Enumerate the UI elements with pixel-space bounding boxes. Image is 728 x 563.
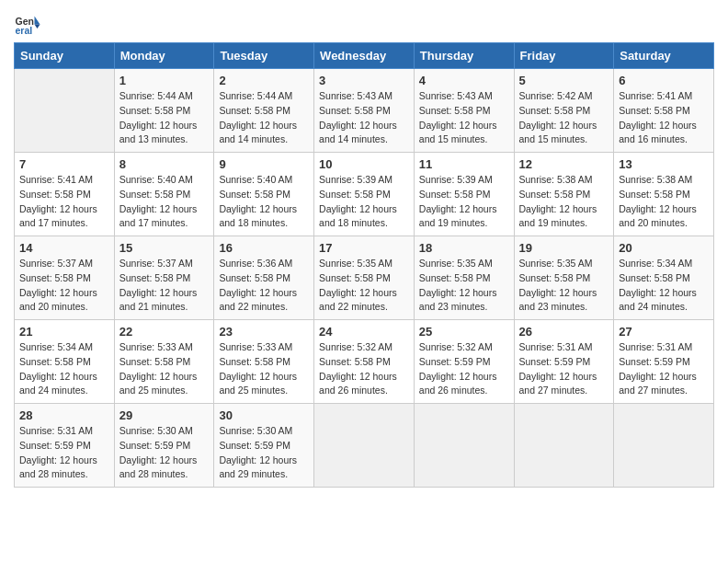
day-number: 29 xyxy=(119,408,210,422)
day-info: Sunrise: 5:44 AM Sunset: 5:58 PM Dayligh… xyxy=(219,89,309,147)
calendar-cell: 11Sunrise: 5:39 AM Sunset: 5:58 PM Dayli… xyxy=(414,153,514,236)
day-info: Sunrise: 5:31 AM Sunset: 5:59 PM Dayligh… xyxy=(19,424,109,482)
day-info: Sunrise: 5:43 AM Sunset: 5:58 PM Dayligh… xyxy=(319,89,409,147)
svg-text:eral: eral xyxy=(16,25,33,36)
day-info: Sunrise: 5:43 AM Sunset: 5:58 PM Dayligh… xyxy=(419,89,509,147)
day-info: Sunrise: 5:38 AM Sunset: 5:58 PM Dayligh… xyxy=(619,173,709,231)
day-info: Sunrise: 5:30 AM Sunset: 5:59 PM Dayligh… xyxy=(119,424,210,482)
day-number: 15 xyxy=(119,241,210,255)
calendar-cell: 19Sunrise: 5:35 AM Sunset: 5:58 PM Dayli… xyxy=(514,236,614,320)
week-row-3: 21Sunrise: 5:34 AM Sunset: 5:58 PM Dayli… xyxy=(15,320,714,404)
day-number: 14 xyxy=(19,241,109,255)
day-number: 6 xyxy=(619,74,709,87)
calendar-cell: 18Sunrise: 5:35 AM Sunset: 5:58 PM Dayli… xyxy=(414,236,514,320)
calendar-body: 1Sunrise: 5:44 AM Sunset: 5:58 PM Daylig… xyxy=(15,69,714,488)
day-number: 9 xyxy=(219,157,309,171)
calendar-cell xyxy=(514,404,614,488)
calendar-cell: 8Sunrise: 5:40 AM Sunset: 5:58 PM Daylig… xyxy=(114,153,214,236)
day-number: 10 xyxy=(319,157,409,171)
day-info: Sunrise: 5:35 AM Sunset: 5:58 PM Dayligh… xyxy=(519,257,609,315)
calendar-cell: 2Sunrise: 5:44 AM Sunset: 5:58 PM Daylig… xyxy=(214,69,314,153)
day-info: Sunrise: 5:33 AM Sunset: 5:58 PM Dayligh… xyxy=(119,340,210,398)
day-info: Sunrise: 5:37 AM Sunset: 5:58 PM Dayligh… xyxy=(19,257,109,315)
day-number: 23 xyxy=(219,325,309,339)
calendar-cell: 28Sunrise: 5:31 AM Sunset: 5:59 PM Dayli… xyxy=(15,404,115,488)
day-number: 1 xyxy=(119,74,210,87)
header-day-sunday: Sunday xyxy=(15,43,115,69)
day-info: Sunrise: 5:41 AM Sunset: 5:58 PM Dayligh… xyxy=(619,89,709,147)
day-info: Sunrise: 5:32 AM Sunset: 5:59 PM Dayligh… xyxy=(419,340,509,398)
day-info: Sunrise: 5:39 AM Sunset: 5:58 PM Dayligh… xyxy=(319,173,409,231)
header-day-thursday: Thursday xyxy=(414,43,514,69)
calendar-cell: 24Sunrise: 5:32 AM Sunset: 5:58 PM Dayli… xyxy=(314,320,415,404)
day-info: Sunrise: 5:35 AM Sunset: 5:58 PM Dayligh… xyxy=(319,257,409,315)
week-row-1: 7Sunrise: 5:41 AM Sunset: 5:58 PM Daylig… xyxy=(15,153,714,236)
day-number: 7 xyxy=(19,157,109,171)
calendar-cell: 4Sunrise: 5:43 AM Sunset: 5:58 PM Daylig… xyxy=(414,69,514,153)
calendar-table: SundayMondayTuesdayWednesdayThursdayFrid… xyxy=(14,42,714,488)
day-number: 5 xyxy=(519,74,609,87)
day-info: Sunrise: 5:40 AM Sunset: 5:58 PM Dayligh… xyxy=(219,173,309,231)
day-info: Sunrise: 5:41 AM Sunset: 5:58 PM Dayligh… xyxy=(19,173,109,231)
day-number: 8 xyxy=(119,157,210,171)
day-info: Sunrise: 5:36 AM Sunset: 5:58 PM Dayligh… xyxy=(219,257,309,315)
day-info: Sunrise: 5:34 AM Sunset: 5:58 PM Dayligh… xyxy=(619,257,709,315)
calendar-cell: 14Sunrise: 5:37 AM Sunset: 5:58 PM Dayli… xyxy=(15,236,115,320)
calendar-cell: 17Sunrise: 5:35 AM Sunset: 5:58 PM Dayli… xyxy=(314,236,415,320)
day-number: 12 xyxy=(519,157,609,171)
logo: Gen eral xyxy=(14,9,45,37)
day-number: 3 xyxy=(319,74,409,87)
day-info: Sunrise: 5:42 AM Sunset: 5:58 PM Dayligh… xyxy=(519,89,609,147)
day-number: 18 xyxy=(419,241,509,255)
day-info: Sunrise: 5:34 AM Sunset: 5:58 PM Dayligh… xyxy=(19,340,109,398)
day-number: 13 xyxy=(619,157,709,171)
calendar-cell: 13Sunrise: 5:38 AM Sunset: 5:58 PM Dayli… xyxy=(614,153,714,236)
calendar-cell: 1Sunrise: 5:44 AM Sunset: 5:58 PM Daylig… xyxy=(114,69,214,153)
calendar-cell: 16Sunrise: 5:36 AM Sunset: 5:58 PM Dayli… xyxy=(214,236,314,320)
header-day-wednesday: Wednesday xyxy=(314,43,415,69)
day-number: 20 xyxy=(619,241,709,255)
day-info: Sunrise: 5:31 AM Sunset: 5:59 PM Dayligh… xyxy=(519,340,609,398)
calendar-cell: 15Sunrise: 5:37 AM Sunset: 5:58 PM Dayli… xyxy=(114,236,214,320)
calendar-header: SundayMondayTuesdayWednesdayThursdayFrid… xyxy=(15,43,714,69)
day-info: Sunrise: 5:30 AM Sunset: 5:59 PM Dayligh… xyxy=(219,424,309,482)
page-header: Gen eral xyxy=(14,9,714,37)
day-info: Sunrise: 5:44 AM Sunset: 5:58 PM Dayligh… xyxy=(119,89,210,147)
week-row-2: 14Sunrise: 5:37 AM Sunset: 5:58 PM Dayli… xyxy=(15,236,714,320)
day-info: Sunrise: 5:33 AM Sunset: 5:58 PM Dayligh… xyxy=(219,340,309,398)
calendar-cell: 5Sunrise: 5:42 AM Sunset: 5:58 PM Daylig… xyxy=(514,69,614,153)
day-number: 4 xyxy=(419,74,509,87)
calendar-cell: 12Sunrise: 5:38 AM Sunset: 5:58 PM Dayli… xyxy=(514,153,614,236)
day-number: 19 xyxy=(519,241,609,255)
day-number: 28 xyxy=(19,408,109,422)
logo-icon: Gen eral xyxy=(14,9,41,37)
day-number: 26 xyxy=(519,325,609,339)
calendar-cell: 3Sunrise: 5:43 AM Sunset: 5:58 PM Daylig… xyxy=(314,69,415,153)
calendar-cell: 10Sunrise: 5:39 AM Sunset: 5:58 PM Dayli… xyxy=(314,153,415,236)
calendar-cell: 9Sunrise: 5:40 AM Sunset: 5:58 PM Daylig… xyxy=(214,153,314,236)
calendar-cell: 30Sunrise: 5:30 AM Sunset: 5:59 PM Dayli… xyxy=(214,404,314,488)
day-info: Sunrise: 5:39 AM Sunset: 5:58 PM Dayligh… xyxy=(419,173,509,231)
calendar-cell: 20Sunrise: 5:34 AM Sunset: 5:58 PM Dayli… xyxy=(614,236,714,320)
header-day-friday: Friday xyxy=(514,43,614,69)
header-day-monday: Monday xyxy=(114,43,214,69)
svg-marker-3 xyxy=(35,25,40,29)
day-number: 30 xyxy=(219,408,309,422)
calendar-cell: 6Sunrise: 5:41 AM Sunset: 5:58 PM Daylig… xyxy=(614,69,714,153)
day-info: Sunrise: 5:37 AM Sunset: 5:58 PM Dayligh… xyxy=(119,257,210,315)
day-info: Sunrise: 5:40 AM Sunset: 5:58 PM Dayligh… xyxy=(119,173,210,231)
day-number: 27 xyxy=(619,325,709,339)
calendar-cell: 29Sunrise: 5:30 AM Sunset: 5:59 PM Dayli… xyxy=(114,404,214,488)
day-info: Sunrise: 5:32 AM Sunset: 5:58 PM Dayligh… xyxy=(319,340,409,398)
day-number: 17 xyxy=(319,241,409,255)
calendar-cell xyxy=(614,404,714,488)
calendar-cell xyxy=(15,69,115,153)
day-number: 25 xyxy=(419,325,509,339)
day-number: 16 xyxy=(219,241,309,255)
calendar-cell: 7Sunrise: 5:41 AM Sunset: 5:58 PM Daylig… xyxy=(15,153,115,236)
day-number: 22 xyxy=(119,325,210,339)
calendar-cell: 23Sunrise: 5:33 AM Sunset: 5:58 PM Dayli… xyxy=(214,320,314,404)
svg-marker-2 xyxy=(35,17,40,25)
day-info: Sunrise: 5:38 AM Sunset: 5:58 PM Dayligh… xyxy=(519,173,609,231)
day-info: Sunrise: 5:35 AM Sunset: 5:58 PM Dayligh… xyxy=(419,257,509,315)
